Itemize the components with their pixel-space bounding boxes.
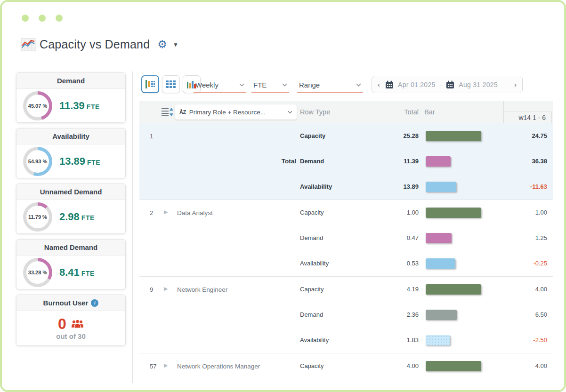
donut-percent: 11.79 % <box>26 206 49 228</box>
summary-card-title: Availability <box>16 128 125 144</box>
table-row: Availability 1.83 -2.50 <box>139 328 553 353</box>
value-bar <box>426 258 455 269</box>
line-chart-icon <box>21 38 36 51</box>
app-window: Capacity vs Demand ⚙ ▼ Demand 45.07 % 11… <box>0 0 566 392</box>
total-value: 4.19 <box>342 277 419 302</box>
unit-select-value: FTE <box>253 81 267 89</box>
chevron-down-icon <box>239 83 244 87</box>
calendar-icon <box>385 80 394 89</box>
value-bar <box>426 131 481 141</box>
col-header-row-type: Row Type <box>300 101 330 123</box>
burnout-card-header: Burnout User i <box>16 295 125 311</box>
period-select[interactable]: Weekly <box>194 77 246 93</box>
summary-card-body: 45.07 % 11.39FTE <box>16 89 125 122</box>
expand-row-icon[interactable]: ▶ <box>164 286 168 292</box>
chevron-down-icon <box>356 83 361 87</box>
value-bar <box>426 310 457 320</box>
col-header-week: w14 1 - 6 <box>503 101 552 123</box>
fte-value: 8.41FTE <box>59 266 95 279</box>
burnout-card-body: 0 out of 30 <box>16 311 125 345</box>
date-end-value[interactable]: Aug 31 2025 <box>459 81 498 88</box>
chevron-down-icon <box>282 83 287 87</box>
week-value: 1.00 <box>503 200 547 225</box>
col-header-bar: Bar <box>424 101 435 123</box>
week-value: 1.25 <box>503 225 547 251</box>
week-value: -11.63 <box>503 174 547 200</box>
value-bar <box>426 182 456 192</box>
grid-icon <box>166 79 176 89</box>
summary-card: Demand 45.07 % 11.39FTE <box>16 72 126 123</box>
fte-value: 13.89FTE <box>59 155 100 168</box>
table-row: TotalDemand 11.39 36.38 <box>139 149 553 174</box>
row-type-label: Demand <box>300 149 324 174</box>
summary-card-body: 11.79 % 2.98FTE <box>16 200 125 233</box>
fte-value: 2.98FTE <box>59 211 95 223</box>
date-start-value[interactable]: Apr 01 2025 <box>398 81 436 88</box>
range-select[interactable]: Range <box>297 77 363 93</box>
summary-card-title: Demand <box>16 73 125 89</box>
row-type-label: Availability <box>300 174 332 200</box>
date-prev-button[interactable]: ‹ <box>377 80 381 88</box>
week-value: -2.50 <box>503 328 547 353</box>
total-value: 4.00 <box>342 353 419 379</box>
summary-card-title: Unnamed Demand <box>16 184 125 200</box>
calendar-icon <box>446 80 454 89</box>
users-group-icon <box>71 319 84 328</box>
view-toggle-grid[interactable] <box>162 75 180 93</box>
window-dot[interactable] <box>56 15 63 22</box>
total-value: 11.39 <box>342 149 419 174</box>
row-type-label: Demand <box>300 225 323 251</box>
group-number: 57 <box>150 363 156 370</box>
table-row: Availability 0.53 -0.25 <box>139 251 553 276</box>
value-bar <box>426 284 481 295</box>
unit-select[interactable]: FTE <box>251 77 289 93</box>
window-dot[interactable] <box>22 15 29 22</box>
title-caret-down-icon[interactable]: ▼ <box>173 41 178 48</box>
donut-gauge: 45.07 % <box>23 91 52 120</box>
total-value: 0.47 <box>342 225 419 251</box>
info-icon[interactable]: i <box>91 299 98 307</box>
week-value: 4.00 <box>503 277 547 302</box>
group-number: 2 <box>150 209 153 216</box>
table-group: 2▶Data AnalystCapacity 1.00 1.00Demand 0… <box>139 200 553 276</box>
expand-row-icon[interactable]: ▶ <box>164 209 168 215</box>
date-next-button[interactable]: › <box>513 80 517 88</box>
sort-rows-icon[interactable] <box>161 107 174 117</box>
view-toggle-gantt-grid[interactable] <box>141 75 159 93</box>
group-number: 1 <box>150 133 153 140</box>
table-group: 1Capacity 25.28 24.75TotalDemand 11.39 3… <box>139 123 553 200</box>
expand-row-icon[interactable]: ▶ <box>164 362 168 368</box>
summary-card-title: Named Demand <box>16 240 125 256</box>
row-type-label: Availability <box>300 251 329 276</box>
week-value: 24.75 <box>503 123 547 149</box>
summary-cards: Demand 45.07 % 11.39FTE Availability 54.… <box>16 72 126 289</box>
week-value: 6.50 <box>503 302 547 328</box>
group-name: Total <box>139 158 296 165</box>
value-bar <box>426 233 452 243</box>
group-name: Network Operations Manager <box>177 363 260 370</box>
sidebar-divider <box>132 72 133 383</box>
row-type-label: Capacity <box>300 200 324 225</box>
capacity-demand-table: ÂZ Primary Role + Resource... Row Type T… <box>139 101 553 383</box>
summary-card-body: 33.28 % 8.41FTE <box>16 256 125 289</box>
group-number: 9 <box>150 286 153 293</box>
page-title: Capacity vs Demand <box>40 38 150 51</box>
table-row: Demand 2.36 6.50 <box>139 302 553 328</box>
donut-gauge: 33.28 % <box>23 258 52 287</box>
row-type-label: Capacity <box>300 353 324 379</box>
page-header: Capacity vs Demand ⚙ ▼ <box>21 38 178 51</box>
window-dot[interactable] <box>39 15 46 22</box>
table-group: 57▶Network Operations ManagerCapacity 4.… <box>139 353 553 379</box>
value-bar <box>426 156 451 167</box>
week-value: -0.25 <box>503 251 547 276</box>
value-bar <box>426 361 481 371</box>
value-bar <box>426 335 450 345</box>
donut-percent: 54.93 % <box>26 150 49 173</box>
total-value: 1.00 <box>342 200 419 225</box>
table-header: ÂZ Primary Role + Resource... Row Type T… <box>139 101 553 123</box>
table-group: 9▶Network EngineerCapacity 4.19 4.00Dema… <box>139 276 553 353</box>
group-name: Data Analyst <box>177 209 213 216</box>
table-row: Demand 0.47 1.25 <box>139 225 553 251</box>
grouping-select[interactable]: ÂZ Primary Role + Resource... <box>175 104 297 120</box>
settings-gear-icon[interactable]: ⚙ <box>157 39 167 50</box>
